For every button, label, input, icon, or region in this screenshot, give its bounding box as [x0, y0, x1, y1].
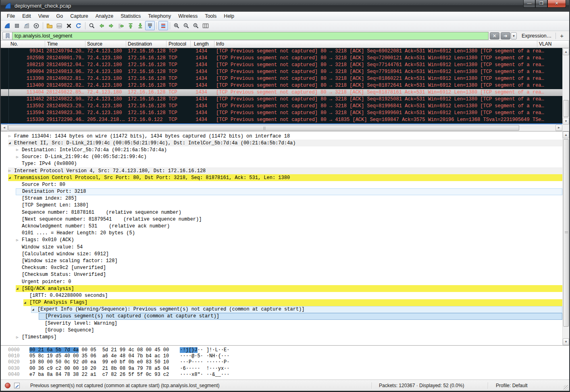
detail-row[interactable]: [Previous segment(s) not captured (commo…	[1, 313, 562, 320]
filter-clear-button[interactable]: ✕	[490, 32, 499, 40]
packet-row[interactable]: 113592281249823.29…72.4.123.180172.16.16…	[1, 103, 562, 110]
collapse-arrow-icon[interactable]: ◢	[8, 141, 14, 145]
detail-row[interactable]: [Stream index: 285]	[1, 195, 562, 202]
detail-row[interactable]: ▷Frame 113404: 1434 bytes on wire (11472…	[1, 133, 562, 140]
detail-row[interactable]: ▷Source: D-Link_21:99:4c (00:05:5d:21:99…	[1, 154, 562, 161]
menu-go[interactable]: Go	[53, 13, 67, 20]
detail-row[interactable]: [Next sequence number: 81879541 (relativ…	[1, 216, 562, 223]
detail-row[interactable]: [Calculated window size: 6912]	[1, 250, 562, 257]
go-last-packet-button[interactable]	[135, 21, 145, 30]
menu-edit[interactable]: Edit	[19, 13, 35, 20]
scroll-up-arrow-icon[interactable]: ▲	[563, 131, 569, 138]
detail-row[interactable]: ▷Internet Protocol Version 4, Src: 72.4.…	[1, 167, 562, 174]
display-filter-input[interactable]	[12, 32, 489, 40]
detail-row[interactable]: ◢[Expert Info (Warning/Sequence): Previo…	[1, 306, 562, 313]
restart-capture-button[interactable]	[22, 21, 31, 30]
detail-row[interactable]: ◢[SEQ/ACK analysis]	[1, 285, 562, 292]
hex-row[interactable]: 002010 80 00 50 0c 92 d0 ea99 e0 bf 0b e…	[8, 359, 569, 365]
detail-row[interactable]: [Checksum Status: Unverified]	[1, 271, 562, 278]
packet-row[interactable]: 113462281249822.90…72.4.123.180172.16.16…	[1, 96, 562, 103]
save-file-button[interactable]: 010	[54, 21, 64, 30]
details-scrollbar-thumb[interactable]	[563, 139, 569, 327]
menu-file[interactable]: File	[3, 13, 19, 20]
column-header-info[interactable]: Info	[214, 41, 569, 48]
filter-dropdown-caret[interactable]: ▾	[511, 32, 517, 40]
menu-view[interactable]: View	[35, 13, 53, 20]
collapse-arrow-icon[interactable]: ◢	[31, 307, 37, 312]
profile-status[interactable]: Profile: Default	[496, 383, 528, 388]
go-forward-button[interactable]	[106, 21, 116, 30]
expand-arrow-icon[interactable]: ▷	[16, 335, 22, 340]
detail-row[interactable]: Source Port: 80	[1, 181, 562, 188]
capture-options-button[interactable]	[31, 21, 41, 30]
open-file-button[interactable]	[45, 21, 54, 30]
expand-arrow-icon[interactable]: ▷	[16, 238, 22, 242]
packet-list-horizontal-scrollbar[interactable]: ◄ ►	[1, 124, 562, 131]
restore-button[interactable]: ❐	[535, 0, 547, 8]
menu-capture[interactable]: Capture	[67, 13, 92, 20]
expand-arrow-icon[interactable]: ▷	[16, 155, 22, 159]
go-first-packet-button[interactable]	[126, 21, 135, 30]
detail-row[interactable]: Acknowledgment number: 531 (relative ack…	[1, 223, 562, 229]
hex-row[interactable]: 0040e7 ba 8a 84 78 38 22 a1c7 82 26 5f 5…	[8, 372, 569, 378]
hex-row[interactable]: 001005 8c 19 d5 40 00 35 06a6 4e 48 04 7…	[8, 353, 569, 359]
detail-row[interactable]: ◢Transmission Control Protocol, Src Port…	[1, 174, 562, 181]
close-button[interactable]: ✕	[547, 0, 566, 8]
minimize-button[interactable]: —	[523, 0, 535, 8]
go-to-packet-button[interactable]	[116, 21, 126, 30]
go-back-button[interactable]	[97, 21, 106, 30]
zoom-in-button[interactable]	[172, 21, 181, 30]
packet-list-scrollbar-thumb[interactable]	[563, 100, 569, 117]
zoom-reset-button[interactable]	[191, 21, 201, 30]
colorize-packets-button[interactable]	[158, 21, 168, 30]
collapse-arrow-icon[interactable]: ◢	[8, 175, 14, 180]
collapse-arrow-icon[interactable]: ◢	[16, 286, 22, 291]
filter-apply-button[interactable]: ➜	[501, 32, 510, 40]
scroll-left-arrow-icon[interactable]: ◄	[1, 125, 8, 131]
find-packet-button[interactable]	[87, 21, 97, 30]
capture-comment-icon[interactable]	[14, 383, 20, 388]
stop-capture-button[interactable]	[12, 21, 22, 30]
detail-row[interactable]: [Group: Sequence]	[1, 327, 562, 334]
column-header-source[interactable]: Source	[85, 41, 126, 48]
hex-row[interactable]: 000000 21 6a 5b 7d 4a 00 055d 21 99 4c 0…	[8, 347, 569, 353]
scroll-down-arrow-icon[interactable]: ▼	[563, 118, 569, 125]
menu-analyze[interactable]: Analyze	[92, 13, 117, 20]
detail-row[interactable]: ▷[Timestamps]	[1, 334, 562, 340]
column-header-length[interactable]: Length	[191, 41, 214, 48]
packet-row[interactable]: 113398281249822.81…72.4.123.180172.16.16…	[1, 75, 562, 82]
menu-wireless[interactable]: Wireless	[175, 13, 201, 20]
menu-help[interactable]: Help	[220, 13, 238, 20]
detail-row[interactable]: Checksum: 0xc9c2 [unverified]	[1, 265, 562, 271]
close-file-button[interactable]	[64, 21, 74, 30]
detail-row[interactable]: [iRTT: 0.042288000 seconds]	[1, 292, 562, 299]
hex-row[interactable]: 003000 36 c9 c2 00 00 10 2021 8b 08 9a 7…	[8, 366, 569, 372]
expand-arrow-icon[interactable]: ▷	[8, 134, 14, 138]
detail-row[interactable]: ◢[TCP Analysis Flags]	[1, 299, 562, 306]
detail-row[interactable]: Urgent pointer: 0	[1, 278, 562, 285]
packet-row[interactable]: 115330291172290.46…205.234.218.…172.16.0…	[1, 117, 562, 123]
scroll-right-arrow-icon[interactable]: ►	[555, 125, 562, 131]
detail-row[interactable]: Window size value: 54	[1, 244, 562, 250]
detail-row[interactable]: ▷Flags: 0x010 (ACK)	[1, 237, 562, 244]
zoom-out-button[interactable]	[181, 21, 191, 30]
packet-row[interactable]: 109094281249813.96…72.4.123.180172.16.16…	[1, 69, 562, 75]
detail-row[interactable]: Type: IPv4 (0x0800)	[1, 161, 562, 167]
column-header-vlan[interactable]: VLAN	[537, 41, 556, 48]
detail-row[interactable]: Sequence number: 81878161 (relative sequ…	[1, 209, 562, 216]
packet-row[interactable]: 113400281249822.82…72.4.123.180172.16.16…	[1, 82, 562, 89]
menu-tools[interactable]: Tools	[201, 13, 220, 20]
column-header-no[interactable]: No.	[1, 41, 45, 48]
detail-row[interactable]: Destination Port: 3218	[1, 188, 562, 195]
scroll-up-arrow-icon[interactable]: ▲	[563, 48, 569, 55]
expert-info-icon[interactable]	[5, 383, 10, 388]
packet-row[interactable]: 99341281249794.20…72.4.123.180172.16.16.…	[1, 48, 562, 55]
menu-statistics[interactable]: Statistics	[117, 13, 144, 20]
scroll-down-arrow-icon[interactable]: ▼	[563, 338, 569, 345]
detail-row[interactable]: 0101 .... = Header Length: 20 bytes (5)	[1, 230, 562, 237]
detail-row[interactable]: [Severity level: Warning]	[1, 320, 562, 327]
detail-row[interactable]: ◢Ethernet II, Src: D-Link_21:99:4c (00:0…	[1, 140, 562, 146]
filter-bookmark-button[interactable]	[2, 32, 12, 40]
packet-row[interactable]: 113594281249823.30…72.4.123.180172.16.16…	[1, 110, 562, 117]
detail-row[interactable]: [TCP Segment Len: 1380]	[1, 202, 562, 209]
